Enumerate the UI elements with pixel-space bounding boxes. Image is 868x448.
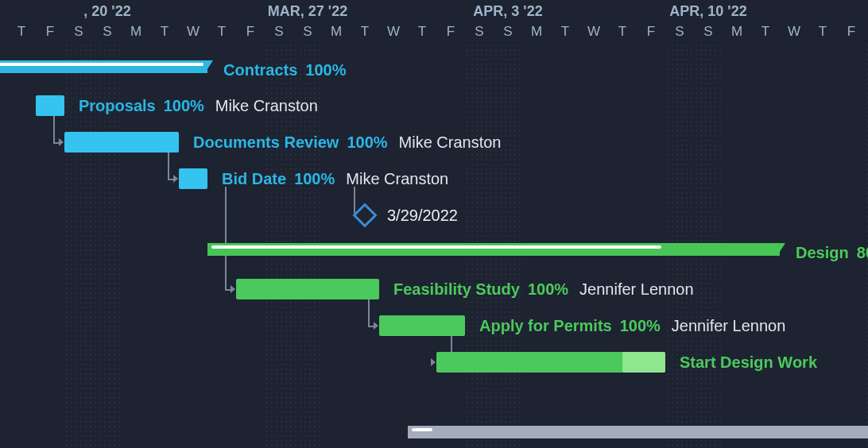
task-bar[interactable]: [64, 132, 179, 153]
gantt-row-pr: Pr: [0, 421, 868, 448]
gantt-row-documents-review: Documents Review100%Mike Cranston: [0, 128, 868, 156]
gantt-row-design: Design80: [0, 238, 868, 267]
day-header-letter: T: [207, 24, 236, 40]
day-header-letter: F: [837, 24, 866, 40]
task-label: Bid Date100%Mike Cranston: [222, 170, 448, 188]
task-name: Design: [796, 244, 849, 261]
task-percent: 100%: [528, 280, 568, 298]
task-assignee: Jennifer Lennon: [579, 280, 693, 298]
task-label: Proposals100%Mike Cranston: [79, 97, 318, 115]
day-header-letter: F: [36, 24, 64, 40]
day-header-letter: W: [0, 24, 7, 40]
day-header-letter: M: [522, 24, 551, 40]
day-header-letter: M: [122, 24, 150, 40]
task-label: Start Design Work: [680, 353, 817, 372]
day-header-letter: W: [379, 24, 408, 40]
task-assignee: Mike Cranston: [215, 97, 318, 114]
day-header-letter: W: [780, 24, 808, 40]
day-header-letter: F: [236, 24, 265, 40]
day-header-letter: S: [64, 24, 93, 40]
day-header-letter: F: [637, 24, 665, 40]
task-name: Apply for Permits: [479, 317, 612, 334]
task-percent: 100%: [305, 61, 346, 79]
task-name: Contracts: [223, 61, 297, 79]
gantt-row-start-design-work: Start Design Work: [0, 348, 868, 377]
gantt-row-permits: Apply for Permits100%Jennifer Lennon: [0, 311, 868, 340]
month-header-label: APR, 3 '22: [473, 3, 542, 20]
gantt-row-contracts: Contracts100%: [0, 56, 868, 84]
day-header-letter: S: [293, 24, 322, 40]
task-bar[interactable]: [436, 352, 665, 373]
gantt-row-feasibility: Feasibility Study100%Jennifer Lennon: [0, 275, 868, 303]
task-percent: 100%: [620, 317, 661, 334]
summary-bar[interactable]: [207, 243, 780, 256]
task-label: Feasibility Study100%Jennifer Lennon: [393, 280, 694, 299]
task-label: Apply for Permits100%Jennifer Lennon: [479, 317, 785, 335]
timeline-header: , 20 '22MAR, 27 '22APR, 3 '22APR, 10 '22…: [0, 0, 868, 43]
task-label: Contracts100%: [223, 61, 347, 79]
task-percent: 100%: [347, 133, 387, 151]
day-header-letter: T: [7, 24, 36, 40]
month-header-label: APR, 10 '22: [669, 3, 746, 20]
task-name: Documents Review: [193, 133, 339, 151]
month-header-label: MAR, 27 '22: [268, 3, 347, 20]
task-name: Bid Date: [222, 170, 286, 187]
gantt-row-milestone-1: 3/29/2022: [0, 201, 868, 230]
task-bar[interactable]: [236, 279, 379, 299]
summary-bar[interactable]: [408, 426, 868, 438]
day-header-letter: T: [351, 24, 379, 40]
task-bar[interactable]: [179, 168, 207, 189]
task-percent: 80: [857, 244, 868, 261]
day-header-letter: T: [551, 24, 579, 40]
task-label: Documents Review100%Mike Cranston: [193, 133, 501, 152]
milestone-diamond[interactable]: [352, 203, 377, 227]
day-header-letter: M: [322, 24, 351, 40]
gantt-row-bid-date: Bid Date100%Mike Cranston: [0, 164, 868, 193]
task-name: Feasibility Study: [393, 280, 520, 298]
day-header-letter: F: [436, 24, 465, 40]
task-assignee: Mike Cranston: [346, 170, 448, 187]
day-header-letter: T: [808, 24, 837, 40]
task-label: Design80: [796, 244, 868, 262]
day-header-letter: T: [408, 24, 436, 40]
day-header-letter: S: [93, 24, 122, 40]
day-header-letter: T: [751, 24, 780, 40]
day-header-letter: S: [665, 24, 694, 40]
task-percent: 100%: [164, 97, 204, 114]
task-name: Proposals: [79, 97, 156, 114]
task-percent: 100%: [294, 170, 335, 187]
day-header-letter: T: [608, 24, 637, 40]
gantt-row-proposals: Proposals100%Mike Cranston: [0, 91, 868, 120]
day-header-letter: W: [179, 24, 207, 40]
summary-bar[interactable]: [0, 60, 207, 73]
day-header-letter: S: [494, 24, 522, 40]
day-header-letter: S: [694, 24, 723, 40]
day-header-letter: T: [150, 24, 179, 40]
day-header-letter: W: [579, 24, 608, 40]
day-header-letter: S: [265, 24, 293, 40]
gantt-row-milestone-2: 4/18/20: [0, 384, 868, 413]
task-bar[interactable]: [36, 95, 64, 116]
month-header-label: , 20 '22: [83, 3, 130, 20]
day-header-letter: M: [723, 24, 751, 40]
day-header-letter: S: [465, 24, 494, 40]
task-assignee: Jennifer Lennon: [672, 317, 785, 334]
task-name: Start Design Work: [680, 353, 817, 371]
task-bar[interactable]: [379, 315, 465, 336]
milestone-date-label: 3/29/2022: [387, 207, 458, 225]
task-assignee: Mike Cranston: [399, 133, 502, 151]
